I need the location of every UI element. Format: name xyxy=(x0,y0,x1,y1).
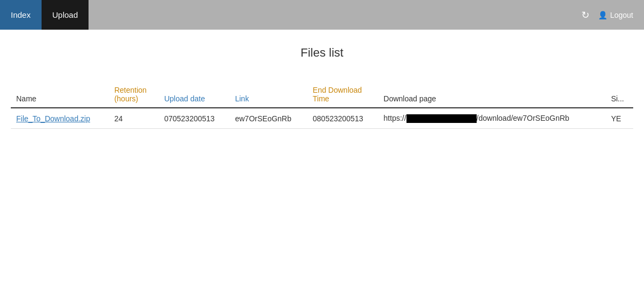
logout-label: Logout xyxy=(610,11,633,19)
col-size: Si... xyxy=(606,81,633,108)
logout-button[interactable]: 👤 Logout xyxy=(598,11,633,19)
redacted-domain xyxy=(406,114,477,123)
files-table: Name Retention(hours) Upload date Link E… xyxy=(11,81,633,129)
download-page-suffix: /download/ew7OrSEoGnRb xyxy=(477,114,570,122)
file-end-download-time: 080523200513 xyxy=(307,108,378,129)
file-name[interactable]: File_To_Download.zip xyxy=(11,108,109,129)
file-link-value: ew7OrSEoGnRb xyxy=(229,108,307,129)
file-upload-date: 070523200513 xyxy=(159,108,229,129)
page-title: Files list xyxy=(11,46,633,60)
main-content: Files list Name Retention(hours) Upload … xyxy=(0,30,644,140)
navbar: Index Upload ↻ 👤 Logout xyxy=(0,0,644,30)
nav-index[interactable]: Index xyxy=(0,0,42,30)
col-link: Link xyxy=(229,81,307,108)
files-table-container: Name Retention(hours) Upload date Link E… xyxy=(11,81,633,129)
col-download-page: Download page xyxy=(378,81,606,108)
col-end-download-time: End DownloadTime xyxy=(307,81,378,108)
nav-upload[interactable]: Upload xyxy=(42,0,89,30)
file-download-page: https:///download/ew7OrSEoGnRb xyxy=(378,108,606,129)
nav-index-label: Index xyxy=(11,10,31,19)
col-name: Name xyxy=(11,81,109,108)
nav-upload-label: Upload xyxy=(52,10,78,19)
file-size-partial: YE xyxy=(606,108,633,129)
col-retention: Retention(hours) xyxy=(109,81,159,108)
refresh-icon[interactable]: ↻ xyxy=(581,9,589,21)
nav-right: ↻ 👤 Logout xyxy=(581,0,644,30)
col-upload-date: Upload date xyxy=(159,81,229,108)
table-row: File_To_Download.zip 24 070523200513 ew7… xyxy=(11,108,633,129)
user-icon: 👤 xyxy=(598,11,607,19)
table-header-row: Name Retention(hours) Upload date Link E… xyxy=(11,81,633,108)
download-page-prefix: https:// xyxy=(384,114,406,122)
file-retention: 24 xyxy=(109,108,159,129)
